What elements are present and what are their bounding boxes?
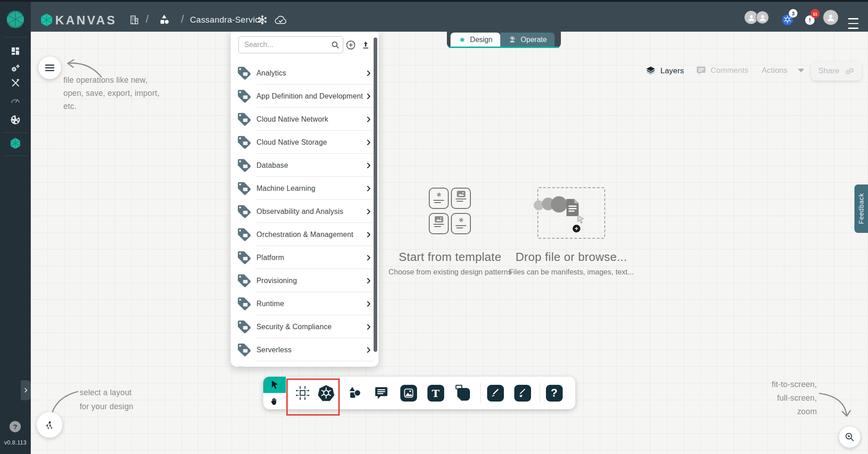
- organization-icon[interactable]: [128, 14, 140, 26]
- category-row-runtime[interactable]: Runtime: [231, 292, 379, 315]
- shapes-tool[interactable]: [346, 384, 363, 402]
- analytics-icon: [236, 65, 252, 81]
- category-row-serverless[interactable]: Serverless: [231, 338, 379, 361]
- observability-icon: [236, 203, 252, 220]
- actions-label: Actions: [762, 66, 787, 75]
- app-logo[interactable]: KANVAS: [55, 13, 117, 28]
- panel-scrollbar[interactable]: [374, 38, 377, 352]
- cursor-icon: [576, 214, 585, 224]
- category-row-provisioning[interactable]: Provisioning: [231, 269, 379, 292]
- sketch-tool[interactable]: [514, 384, 531, 402]
- category-row-platform[interactable]: Platform: [231, 246, 379, 269]
- help-tool[interactable]: ?: [545, 384, 563, 402]
- settings-gears-icon: [10, 63, 21, 74]
- comment-tool[interactable]: [373, 384, 390, 402]
- category-row-machine-learning[interactable]: Machine Learning: [231, 177, 379, 200]
- category-row-partial[interactable]: [231, 361, 379, 367]
- bottom-toolbar: T ?: [263, 377, 575, 409]
- template-card[interactable]: [451, 188, 471, 209]
- text-tool[interactable]: T: [427, 384, 444, 402]
- sidebar-divider: [3, 37, 28, 38]
- breadcrumb-separator: /: [181, 13, 184, 25]
- toolbar-divider: [480, 383, 481, 403]
- sidebar-item-performance[interactable]: [0, 95, 31, 104]
- comment-icon: [374, 385, 389, 401]
- chevron-right-icon: [365, 254, 372, 261]
- chevron-right-icon: [365, 70, 372, 77]
- category-row-app-definition[interactable]: App Definition and Development: [231, 85, 379, 108]
- start-from-template-title[interactable]: Start from template: [382, 250, 518, 264]
- orchestration-icon: [236, 227, 252, 243]
- tab-operate[interactable]: Operate: [500, 33, 555, 47]
- file-dropzone[interactable]: [537, 187, 605, 239]
- template-card[interactable]: [429, 213, 449, 234]
- category-row-analytics[interactable]: Analytics: [231, 61, 379, 85]
- pen-icon: [487, 385, 504, 402]
- kanvas-app: KANVAS / / Cassandra-Service: [0, 0, 868, 454]
- feedback-tab[interactable]: Feedback: [854, 184, 868, 233]
- user-menu[interactable]: [823, 10, 838, 25]
- tab-design[interactable]: Design: [451, 33, 500, 47]
- add-component-icon[interactable]: [346, 40, 356, 50]
- breadcrumb-design-name[interactable]: Cassandra-Service: [190, 15, 264, 25]
- layers-button[interactable]: Layers: [645, 65, 684, 76]
- sidebar-item-settings[interactable]: [0, 63, 31, 74]
- select-tool[interactable]: [263, 377, 286, 393]
- shapes-workspace-icon[interactable]: [157, 13, 171, 26]
- security-icon: [236, 319, 252, 335]
- file-menu-button[interactable]: [38, 57, 61, 79]
- dashboard-icon: [10, 46, 20, 56]
- provisioning-icon: [236, 273, 252, 289]
- menu-icon[interactable]: [848, 16, 859, 31]
- mesh-relationships-icon[interactable]: [257, 14, 268, 25]
- notifications-button[interactable]: ! 11: [805, 15, 815, 25]
- pen-tool[interactable]: [487, 384, 504, 402]
- collaborator-avatars[interactable]: [745, 11, 769, 24]
- template-card[interactable]: [451, 213, 471, 234]
- machine-learning-icon: [236, 180, 252, 197]
- search-input[interactable]: [238, 36, 343, 53]
- category-row-database[interactable]: Database: [231, 154, 379, 177]
- sidebar-item-catalog[interactable]: [0, 114, 31, 126]
- comments-label: Comments: [711, 66, 749, 75]
- image-tool[interactable]: [400, 384, 417, 402]
- chevron-right-icon: [365, 277, 372, 284]
- chevron-right-icon: [365, 208, 372, 215]
- header-bar: KANVAS / / Cassandra-Service: [31, 0, 868, 32]
- layers-icon: [645, 65, 656, 76]
- storage-icon: [236, 134, 252, 151]
- drop-file-title[interactable]: Drop file or browse...: [503, 250, 639, 264]
- hamburger-icon: [45, 64, 55, 72]
- kubernetes-context-button[interactable]: 3: [782, 14, 793, 25]
- help-button[interactable]: ?: [9, 421, 21, 432]
- pan-tool[interactable]: [263, 393, 286, 409]
- import-upload-icon[interactable]: [361, 40, 370, 50]
- category-row-security[interactable]: Security & Compliance: [231, 315, 379, 338]
- sidebar-item-toolbox[interactable]: [0, 78, 31, 88]
- note-tool[interactable]: [454, 384, 471, 402]
- kubernetes-tool[interactable]: [318, 384, 335, 402]
- category-row-cloud-native-network[interactable]: Cloud Native Network: [231, 108, 379, 131]
- chevron-right-icon: [23, 387, 29, 393]
- cloud-save-icon[interactable]: [274, 14, 288, 26]
- template-card[interactable]: [429, 188, 449, 209]
- comments-button[interactable]: Comments: [696, 65, 749, 76]
- component-panel: Analytics App Definition and Development…: [231, 28, 379, 367]
- sidebar-expand-button[interactable]: [21, 380, 31, 400]
- category-icon: [236, 365, 252, 367]
- category-row-cloud-native-storage[interactable]: Cloud Native Storage: [231, 131, 379, 154]
- annotation-zoom-controls: fit-to-screen,full-screen,zoom: [746, 378, 817, 418]
- zoom-button[interactable]: [839, 426, 860, 448]
- actions-dropdown[interactable]: Actions: [762, 66, 805, 75]
- pencil-scribble-icon: [514, 385, 531, 402]
- search-icon[interactable]: [331, 41, 340, 49]
- category-row-observability[interactable]: Observability and Analysis: [231, 200, 379, 223]
- component-shape-tool[interactable]: [294, 384, 311, 402]
- layout-select-button[interactable]: [37, 412, 62, 438]
- kanvas-sphere-logo-icon[interactable]: [0, 10, 31, 29]
- share-button[interactable]: Share: [811, 61, 862, 80]
- circuit-component-icon: [294, 384, 311, 402]
- category-row-orchestration[interactable]: Orchestration & Management: [231, 223, 379, 246]
- sidebar-item-kanvas-active[interactable]: [0, 137, 31, 150]
- sidebar-item-dashboard[interactable]: [0, 46, 31, 56]
